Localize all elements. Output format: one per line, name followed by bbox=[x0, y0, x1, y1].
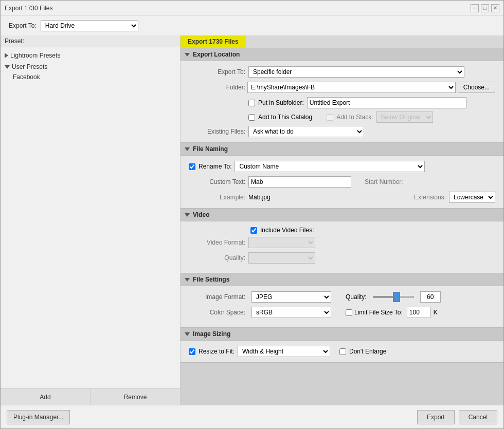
file-settings-collapse-icon bbox=[185, 278, 190, 282]
maximize-button[interactable]: □ bbox=[481, 4, 489, 12]
image-sizing-body: Resize to Fit: Width & Height Dimensions… bbox=[181, 341, 503, 362]
quality-slider[interactable] bbox=[373, 296, 414, 298]
file-settings-title: File Settings bbox=[193, 276, 229, 283]
put-in-subfolder-checkbox[interactable] bbox=[248, 100, 255, 106]
plugin-manager-button[interactable]: Plug-in Manager... bbox=[7, 410, 70, 424]
put-in-subfolder-label: Put in Subfolder: bbox=[258, 99, 304, 106]
add-to-catalog-label: Add to This Catalog bbox=[258, 114, 312, 121]
file-naming-header[interactable]: File Naming bbox=[181, 143, 503, 156]
scroll-area[interactable]: Export Location Export To: Specific fold… bbox=[181, 48, 503, 405]
video-title: Video bbox=[193, 211, 209, 218]
window-title: Export 1730 Files bbox=[5, 5, 52, 12]
main-window: Export 1730 Files ─ □ ✕ Export To: Hard … bbox=[0, 0, 504, 429]
image-format-select[interactable]: JPEG TIFF PSD DNG Original bbox=[251, 291, 331, 303]
export-location-to-row: Export To: Specific folder Desktop Docum… bbox=[189, 66, 495, 78]
file-naming-body: Rename To: Custom Name Filename Date - F… bbox=[181, 156, 503, 208]
subfolder-input[interactable]: Untitled Export bbox=[307, 97, 466, 108]
export-to-select[interactable]: Hard Drive Email CD/DVD bbox=[41, 20, 138, 31]
video-quality-label: Quality: bbox=[189, 254, 245, 262]
export-button[interactable]: Export bbox=[417, 410, 455, 424]
section-video: Video Include Video Files: Video Format: bbox=[181, 209, 503, 273]
title-bar: Export 1730 Files ─ □ ✕ bbox=[1, 1, 503, 16]
video-format-select[interactable] bbox=[248, 237, 315, 248]
left-panel: Preset: Lightroom Presets User Presets F… bbox=[1, 35, 181, 405]
add-to-catalog-checkbox[interactable] bbox=[248, 114, 255, 121]
file-naming-collapse-icon bbox=[185, 147, 190, 151]
rename-to-select[interactable]: Custom Name Filename Date - Filename Seq… bbox=[235, 161, 425, 172]
tab-bar: Export 1730 Files bbox=[181, 35, 503, 48]
image-format-quality-row: Image Format: JPEG TIFF PSD DNG Original… bbox=[189, 291, 495, 303]
folder-path-select[interactable]: E:\myShare\Images\FB bbox=[247, 82, 456, 93]
image-sizing-title: Image Sizing bbox=[193, 330, 230, 338]
export-location-body: Export To: Specific folder Desktop Docum… bbox=[181, 61, 503, 142]
lightroom-presets-header[interactable]: Lightroom Presets bbox=[1, 50, 180, 61]
export-to-bar: Export To: Hard Drive Email CD/DVD bbox=[1, 16, 503, 35]
custom-text-label: Custom Text: bbox=[189, 178, 245, 185]
folder-row: Folder: E:\myShare\Images\FB Choose... bbox=[189, 82, 495, 93]
tab-export[interactable]: Export 1730 Files bbox=[181, 35, 246, 48]
cancel-button[interactable]: Cancel bbox=[459, 410, 497, 424]
export-location-to-select[interactable]: Specific folder Desktop Documents Choose… bbox=[248, 66, 464, 78]
user-presets-label: User Presets bbox=[12, 63, 47, 70]
color-space-select[interactable]: sRGB AdobeRGB ProPhoto RGB bbox=[251, 307, 331, 318]
lightroom-presets-label: Lightroom Presets bbox=[10, 52, 60, 59]
user-presets-header[interactable]: User Presets bbox=[1, 62, 180, 72]
section-file-naming: File Naming Rename To: Custom Name Filen… bbox=[181, 143, 503, 209]
rename-to-row: Rename To: Custom Name Filename Date - F… bbox=[189, 161, 495, 172]
resize-to-fit-select[interactable]: Width & Height Dimensions Long Edge Shor… bbox=[238, 346, 330, 357]
video-collapse-icon bbox=[185, 213, 190, 217]
dont-enlarge-label: Don't Enlarge bbox=[349, 348, 386, 355]
quality-label: Quality: bbox=[346, 293, 367, 301]
preset-group-lightroom: Lightroom Presets bbox=[1, 50, 180, 61]
video-quality-select[interactable] bbox=[248, 252, 315, 264]
example-row: Example: Mab.jpg Extensions: Lowercase U… bbox=[189, 192, 495, 203]
file-settings-header[interactable]: File Settings bbox=[181, 273, 503, 286]
video-quality-row: Quality: bbox=[189, 252, 495, 264]
image-sizing-header[interactable]: Image Sizing bbox=[181, 328, 503, 341]
existing-files-row: Existing Files: Ask what to do Choose a … bbox=[189, 126, 495, 137]
include-video-checkbox[interactable] bbox=[250, 227, 257, 234]
resize-to-fit-label: Resize to Fit: bbox=[199, 348, 235, 355]
existing-files-select[interactable]: Ask what to do Choose a new name Overwri… bbox=[248, 126, 364, 137]
main-content: Preset: Lightroom Presets User Presets F… bbox=[1, 35, 503, 405]
quality-input[interactable] bbox=[420, 291, 441, 303]
preset-list: Lightroom Presets User Presets Facebook bbox=[1, 47, 180, 388]
limit-file-size-checkbox[interactable] bbox=[346, 309, 352, 316]
include-video-row: Include Video Files: bbox=[189, 227, 495, 234]
extensions-select[interactable]: Lowercase Uppercase bbox=[449, 192, 495, 203]
resize-to-fit-checkbox[interactable] bbox=[189, 348, 195, 355]
limit-file-size-unit: K bbox=[434, 309, 438, 316]
minimize-button[interactable]: ─ bbox=[471, 4, 479, 12]
choose-folder-button[interactable]: Choose... bbox=[458, 82, 495, 93]
file-settings-body: Image Format: JPEG TIFF PSD DNG Original… bbox=[181, 286, 503, 327]
remove-preset-button[interactable]: Remove bbox=[91, 389, 180, 405]
example-label: Example: bbox=[189, 194, 245, 201]
limit-file-size-label: Limit File Size To: bbox=[354, 309, 403, 316]
section-file-settings: File Settings Image Format: JPEG TIFF PS… bbox=[181, 273, 503, 328]
export-location-header[interactable]: Export Location bbox=[181, 48, 503, 61]
rename-to-checkbox[interactable] bbox=[189, 163, 195, 170]
dont-enlarge-checkbox[interactable] bbox=[339, 348, 346, 355]
dont-enlarge-group: Don't Enlarge bbox=[339, 348, 386, 355]
limit-file-size-input[interactable] bbox=[407, 307, 430, 318]
export-location-title: Export Location bbox=[193, 51, 240, 58]
color-space-row: Color Space: sRGB AdobeRGB ProPhoto RGB … bbox=[189, 307, 495, 318]
custom-text-input[interactable]: Mab bbox=[248, 176, 351, 188]
bottom-spacer bbox=[181, 363, 503, 383]
preset-item-facebook[interactable]: Facebook bbox=[1, 72, 180, 82]
add-preset-button[interactable]: Add bbox=[1, 389, 91, 405]
extensions-label: Extensions: bbox=[414, 194, 446, 201]
video-header[interactable]: Video bbox=[181, 209, 503, 221]
bottom-right-buttons: Export Cancel bbox=[417, 410, 497, 424]
include-video-label: Include Video Files: bbox=[260, 227, 314, 234]
custom-text-row: Custom Text: Mab Start Number: bbox=[189, 176, 495, 188]
bottom-bar: Plug-in Manager... Export Cancel bbox=[1, 405, 503, 428]
preset-group-user: User Presets Facebook bbox=[1, 62, 180, 82]
triangle-down-icon bbox=[5, 65, 10, 69]
close-button[interactable]: ✕ bbox=[491, 4, 499, 12]
example-value: Mab.jpg bbox=[248, 194, 271, 201]
image-format-label: Image Format: bbox=[189, 293, 245, 301]
limit-size-group: Limit File Size To: K bbox=[346, 307, 438, 318]
add-to-stack-checkbox[interactable] bbox=[327, 114, 333, 121]
below-original-select[interactable]: Below Original Above Original bbox=[376, 111, 433, 123]
